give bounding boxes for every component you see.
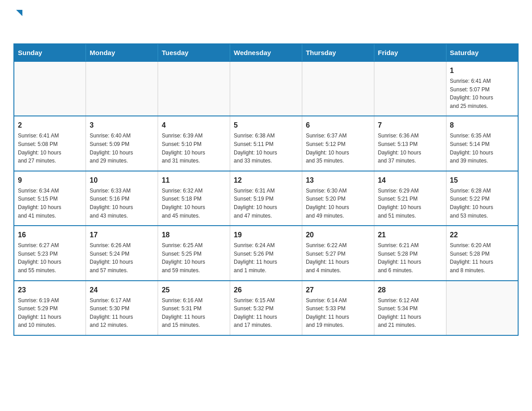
calendar-day-cell: 24Sunrise: 6:17 AM Sunset: 5:30 PM Dayli… — [86, 281, 158, 335]
logo-arrow-icon — [14, 8, 24, 20]
calendar-day-cell — [302, 61, 374, 116]
day-info: Sunrise: 6:14 AM Sunset: 5:33 PM Dayligh… — [306, 296, 370, 330]
calendar-day-cell: 18Sunrise: 6:25 AM Sunset: 5:25 PM Dayli… — [158, 226, 230, 280]
calendar-day-cell: 6Sunrise: 6:37 AM Sunset: 5:12 PM Daylig… — [302, 116, 374, 171]
calendar-day-cell: 2Sunrise: 6:41 AM Sunset: 5:08 PM Daylig… — [14, 116, 86, 171]
calendar-header: SundayMondayTuesdayWednesdayThursdayFrid… — [14, 44, 518, 61]
day-info: Sunrise: 6:41 AM Sunset: 5:08 PM Dayligh… — [18, 132, 82, 165]
logo — [13, 9, 24, 34]
calendar-day-cell: 19Sunrise: 6:24 AM Sunset: 5:26 PM Dayli… — [230, 226, 302, 280]
weekday-header-wednesday: Wednesday — [230, 44, 302, 61]
day-number: 23 — [18, 285, 82, 295]
day-info: Sunrise: 6:34 AM Sunset: 5:15 PM Dayligh… — [18, 187, 82, 220]
day-number: 22 — [450, 230, 514, 240]
day-number: 13 — [306, 175, 370, 186]
day-number: 4 — [162, 120, 226, 131]
day-info: Sunrise: 6:25 AM Sunset: 5:25 PM Dayligh… — [162, 241, 226, 274]
weekday-header-friday: Friday — [374, 44, 446, 61]
page-header — [13, 9, 519, 34]
day-info: Sunrise: 6:22 AM Sunset: 5:27 PM Dayligh… — [306, 241, 370, 274]
day-info: Sunrise: 6:37 AM Sunset: 5:12 PM Dayligh… — [306, 132, 370, 165]
day-number: 17 — [90, 230, 154, 240]
calendar-day-cell: 4Sunrise: 6:39 AM Sunset: 5:10 PM Daylig… — [158, 116, 230, 171]
day-number: 5 — [234, 120, 298, 131]
calendar-day-cell — [86, 61, 158, 116]
calendar-day-cell: 17Sunrise: 6:26 AM Sunset: 5:24 PM Dayli… — [86, 226, 158, 280]
calendar-day-cell: 21Sunrise: 6:21 AM Sunset: 5:28 PM Dayli… — [374, 226, 446, 280]
day-number: 12 — [234, 175, 298, 186]
calendar-week-row: 16Sunrise: 6:27 AM Sunset: 5:23 PM Dayli… — [14, 226, 518, 280]
calendar-day-cell — [158, 61, 230, 116]
day-info: Sunrise: 6:40 AM Sunset: 5:09 PM Dayligh… — [90, 132, 154, 165]
day-number: 2 — [18, 120, 82, 131]
day-info: Sunrise: 6:24 AM Sunset: 5:26 PM Dayligh… — [234, 241, 298, 274]
day-info: Sunrise: 6:20 AM Sunset: 5:28 PM Dayligh… — [450, 241, 514, 274]
svg-marker-0 — [16, 10, 22, 16]
day-info: Sunrise: 6:39 AM Sunset: 5:10 PM Dayligh… — [162, 132, 226, 165]
day-info: Sunrise: 6:35 AM Sunset: 5:14 PM Dayligh… — [450, 132, 514, 165]
day-info: Sunrise: 6:32 AM Sunset: 5:18 PM Dayligh… — [162, 187, 226, 220]
day-number: 9 — [18, 175, 82, 186]
day-info: Sunrise: 6:41 AM Sunset: 5:07 PM Dayligh… — [450, 77, 514, 110]
calendar-day-cell: 7Sunrise: 6:36 AM Sunset: 5:13 PM Daylig… — [374, 116, 446, 171]
day-info: Sunrise: 6:38 AM Sunset: 5:11 PM Dayligh… — [234, 132, 298, 165]
calendar-day-cell: 8Sunrise: 6:35 AM Sunset: 5:14 PM Daylig… — [446, 116, 518, 171]
calendar-day-cell: 15Sunrise: 6:28 AM Sunset: 5:22 PM Dayli… — [446, 171, 518, 226]
weekday-header-saturday: Saturday — [446, 44, 518, 61]
calendar-day-cell: 20Sunrise: 6:22 AM Sunset: 5:27 PM Dayli… — [302, 226, 374, 280]
day-number: 27 — [306, 285, 370, 295]
day-number: 25 — [162, 285, 226, 295]
calendar-day-cell: 23Sunrise: 6:19 AM Sunset: 5:29 PM Dayli… — [14, 281, 86, 335]
day-info: Sunrise: 6:17 AM Sunset: 5:30 PM Dayligh… — [90, 296, 154, 330]
calendar-week-row: 9Sunrise: 6:34 AM Sunset: 5:15 PM Daylig… — [14, 171, 518, 226]
calendar-day-cell — [14, 61, 86, 116]
days-of-week-row: SundayMondayTuesdayWednesdayThursdayFrid… — [14, 44, 518, 61]
calendar-day-cell: 16Sunrise: 6:27 AM Sunset: 5:23 PM Dayli… — [14, 226, 86, 280]
day-number: 10 — [90, 175, 154, 186]
day-number: 24 — [90, 285, 154, 295]
day-number: 3 — [90, 120, 154, 131]
calendar-week-row: 23Sunrise: 6:19 AM Sunset: 5:29 PM Dayli… — [14, 281, 518, 335]
day-number: 11 — [162, 175, 226, 186]
day-number: 1 — [450, 65, 514, 76]
day-info: Sunrise: 6:21 AM Sunset: 5:28 PM Dayligh… — [378, 241, 442, 274]
calendar-week-row: 1Sunrise: 6:41 AM Sunset: 5:07 PM Daylig… — [14, 61, 518, 116]
calendar-day-cell: 11Sunrise: 6:32 AM Sunset: 5:18 PM Dayli… — [158, 171, 230, 226]
calendar-day-cell: 22Sunrise: 6:20 AM Sunset: 5:28 PM Dayli… — [446, 226, 518, 280]
day-info: Sunrise: 6:12 AM Sunset: 5:34 PM Dayligh… — [378, 296, 442, 330]
calendar-day-cell: 25Sunrise: 6:16 AM Sunset: 5:31 PM Dayli… — [158, 281, 230, 335]
calendar-day-cell: 14Sunrise: 6:29 AM Sunset: 5:21 PM Dayli… — [374, 171, 446, 226]
day-info: Sunrise: 6:30 AM Sunset: 5:20 PM Dayligh… — [306, 187, 370, 220]
day-number: 18 — [162, 230, 226, 240]
calendar-table: SundayMondayTuesdayWednesdayThursdayFrid… — [13, 43, 519, 336]
calendar-day-cell — [374, 61, 446, 116]
calendar-day-cell — [446, 281, 518, 335]
calendar-body: 1Sunrise: 6:41 AM Sunset: 5:07 PM Daylig… — [14, 61, 518, 335]
day-info: Sunrise: 6:31 AM Sunset: 5:19 PM Dayligh… — [234, 187, 298, 220]
day-number: 14 — [378, 175, 442, 186]
calendar-day-cell: 28Sunrise: 6:12 AM Sunset: 5:34 PM Dayli… — [374, 281, 446, 335]
day-number: 15 — [450, 175, 514, 186]
calendar-day-cell — [230, 61, 302, 116]
calendar-day-cell: 27Sunrise: 6:14 AM Sunset: 5:33 PM Dayli… — [302, 281, 374, 335]
weekday-header-monday: Monday — [86, 44, 158, 61]
day-info: Sunrise: 6:15 AM Sunset: 5:32 PM Dayligh… — [234, 296, 298, 330]
day-number: 19 — [234, 230, 298, 240]
day-number: 8 — [450, 120, 514, 131]
calendar-day-cell: 13Sunrise: 6:30 AM Sunset: 5:20 PM Dayli… — [302, 171, 374, 226]
day-number: 28 — [378, 285, 442, 295]
day-number: 20 — [306, 230, 370, 240]
day-number: 26 — [234, 285, 298, 295]
day-number: 6 — [306, 120, 370, 131]
calendar-day-cell: 5Sunrise: 6:38 AM Sunset: 5:11 PM Daylig… — [230, 116, 302, 171]
weekday-header-sunday: Sunday — [14, 44, 86, 61]
calendar-day-cell: 1Sunrise: 6:41 AM Sunset: 5:07 PM Daylig… — [446, 61, 518, 116]
day-info: Sunrise: 6:33 AM Sunset: 5:16 PM Dayligh… — [90, 187, 154, 220]
day-info: Sunrise: 6:28 AM Sunset: 5:22 PM Dayligh… — [450, 187, 514, 220]
weekday-header-tuesday: Tuesday — [158, 44, 230, 61]
calendar-day-cell: 9Sunrise: 6:34 AM Sunset: 5:15 PM Daylig… — [14, 171, 86, 226]
calendar-day-cell: 26Sunrise: 6:15 AM Sunset: 5:32 PM Dayli… — [230, 281, 302, 335]
day-info: Sunrise: 6:16 AM Sunset: 5:31 PM Dayligh… — [162, 296, 226, 330]
day-number: 7 — [378, 120, 442, 131]
day-info: Sunrise: 6:26 AM Sunset: 5:24 PM Dayligh… — [90, 241, 154, 274]
